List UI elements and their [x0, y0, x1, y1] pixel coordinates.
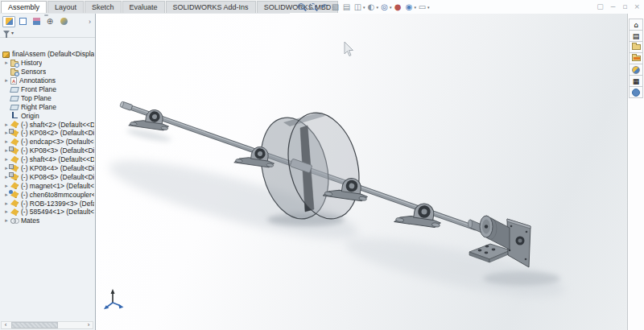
tree-item[interactable]: ▸(-) KP08<3> (Default<Display Sta: [0, 146, 94, 155]
tree-item[interactable]: ▸Annotations: [0, 76, 94, 85]
dropdown-arrow-icon[interactable]: ▾: [390, 5, 392, 10]
document-icon[interactable]: ▢: [597, 1, 604, 12]
tree-item[interactable]: Top Plane: [0, 93, 94, 102]
tab-sketch[interactable]: Sketch: [85, 1, 122, 13]
configurationmanager-tab[interactable]: [30, 16, 43, 27]
filter-dropdown-icon[interactable]: ▾: [11, 30, 14, 35]
expand-arrow-icon[interactable]: ▸: [2, 138, 10, 146]
expand-arrow-icon[interactable]: ▸: [2, 121, 10, 129]
tree-item[interactable]: Sensors: [0, 68, 94, 76]
view-palette-icon[interactable]: [629, 52, 643, 64]
tree-item-label: (-) chen6to8mmcoupler<1> (Default: [21, 191, 94, 199]
restore-button[interactable]: ▫: [622, 1, 627, 12]
tab-assembly[interactable]: Assembly: [1, 1, 47, 13]
design-library-icon[interactable]: ▤: [629, 30, 643, 42]
tree-item[interactable]: Front Plane: [0, 85, 94, 94]
close-button[interactable]: ×: [634, 1, 640, 12]
tree-item-label: (-) shaft<2> (Default<<Default>_Dis: [21, 121, 94, 129]
hide-show-items-icon[interactable]: ◎: [379, 2, 390, 13]
origin-icon: [10, 112, 19, 119]
tree-item-label: (-) KP08<4> (Default<Display Sta: [21, 164, 94, 172]
section-view-icon[interactable]: ▧: [330, 2, 341, 13]
apply-scene-icon[interactable]: ◉: [404, 2, 415, 13]
featuremanager-tree-tab[interactable]: [2, 16, 15, 27]
feature-manager-panel: ⊕ › ▾ finalAssem (Default<Display State-…: [0, 14, 96, 330]
zoom-to-area-icon[interactable]: [308, 2, 318, 13]
dropdown-arrow-icon[interactable]: ▾: [363, 5, 365, 10]
tree-item-label: Front Plane: [21, 85, 56, 93]
expand-arrow-icon[interactable]: ▸: [2, 200, 10, 208]
task-pane-strip: ⌂▤▦: [627, 14, 644, 330]
tree-item-label: (-) KP08<3> (Default<Display Sta: [21, 146, 94, 155]
part-ref-icon: [10, 147, 19, 155]
expand-arrow-icon[interactable]: ▸: [2, 155, 10, 163]
assembly-3d-view: [96, 14, 627, 330]
sensors-icon: [10, 70, 19, 76]
part-icon: [10, 182, 19, 189]
tab-evaluate[interactable]: Evaluate: [122, 1, 165, 13]
appearances-scenes-icon[interactable]: [629, 64, 643, 76]
tree-item[interactable]: ▸Mates: [0, 217, 94, 225]
edit-appearance-icon[interactable]: ●: [393, 2, 403, 13]
tree-item[interactable]: ▸(-) KP08<5> (Default<Display Sta: [0, 172, 94, 181]
scroll-right-arrow[interactable]: ›: [85, 322, 93, 328]
minimize-button[interactable]: −: [610, 1, 617, 12]
home-icon[interactable]: ⌂: [629, 19, 643, 31]
expand-arrow-icon[interactable]: ▸: [2, 217, 10, 225]
tree-item-label: (-) shaft<4> (Default<<Default>_Dis: [21, 155, 94, 163]
part-icon: [10, 208, 19, 216]
tree-item-label: (-) KP08<2> (Default<Display Sta: [21, 129, 94, 137]
tab-solidworks-add-ins[interactable]: SOLIDWORKS Add-Ins: [166, 1, 256, 13]
tree-item-label: Top Plane: [21, 94, 52, 102]
tree-item[interactable]: ▸(-) KP08<4> (Default<Display Sta: [0, 164, 94, 173]
tree-item[interactable]: finalAssem (Default<Display State-1>): [0, 50, 94, 59]
title-strip: AssemblyLayoutSketchEvaluateSOLIDWORKS A…: [0, 0, 644, 14]
expand-arrow-icon[interactable]: ▸: [2, 59, 10, 67]
dropdown-arrow-icon[interactable]: ▾: [415, 5, 417, 10]
dropdown-arrow-icon[interactable]: ▾: [377, 5, 379, 10]
plane-icon: [10, 105, 19, 110]
tree-item[interactable]: ▸History: [0, 59, 94, 68]
panel-grip[interactable]: [44, 14, 48, 16]
tree-item[interactable]: ▸(-) KP08<2> (Default<Display Sta: [0, 129, 94, 138]
custom-properties-icon[interactable]: ▦: [629, 75, 643, 87]
mouse-cursor: [345, 42, 353, 56]
tree-item-label: (-) 585494<1> (Default<<Default>_D: [21, 208, 94, 216]
scrollbar-thumb[interactable]: [11, 322, 58, 328]
display-style-icon[interactable]: ◐: [366, 2, 377, 13]
solidworks-forum-icon[interactable]: [629, 86, 643, 98]
tree-item[interactable]: ▸(-) 585494<1> (Default<<Default>_D: [0, 208, 94, 217]
zoom-to-fit-icon[interactable]: [296, 2, 307, 13]
part-ref-icon: [10, 130, 19, 137]
view-settings-icon[interactable]: ▭: [417, 2, 427, 13]
previous-view-icon[interactable]: ↶: [319, 2, 329, 13]
task-pane-icons: ⌂▤▦: [628, 19, 644, 98]
expand-arrow-icon[interactable]: ▸: [2, 76, 10, 85]
tree-filter[interactable]: ▾: [0, 27, 95, 38]
view-orientation-icon[interactable]: ◫: [353, 2, 363, 13]
graphics-viewport[interactable]: [96, 14, 627, 330]
scroll-left-arrow[interactable]: ‹: [2, 322, 10, 328]
part-icon: [10, 200, 19, 207]
tree-item[interactable]: Right Plane: [0, 102, 94, 111]
expand-arrow-icon[interactable]: ▸: [2, 182, 10, 190]
tree-item[interactable]: Origin: [0, 111, 94, 120]
panel-horizontal-scrollbar[interactable]: ‹ ›: [1, 321, 93, 329]
dynamic-annotation-icon[interactable]: ▤: [341, 2, 352, 13]
tab-layout[interactable]: Layout: [47, 1, 84, 13]
tree-item[interactable]: ▸(-) chen6to8mmcoupler<1> (Default: [0, 190, 94, 199]
dimxpertmanager-tab[interactable]: ⊕: [43, 16, 56, 27]
tree-item[interactable]: ▸(-) ROB-12399<3> (Default<<Default: [0, 199, 94, 208]
dropdown-arrow-icon[interactable]: ▾: [427, 5, 430, 10]
tree-item[interactable]: ▸(-) shaft<2> (Default<<Default>_Dis: [0, 120, 94, 129]
tree-item[interactable]: ▸(-) shaft<4> (Default<<Default>_Dis: [0, 155, 94, 164]
expand-arrow-icon[interactable]: ▸: [2, 208, 10, 216]
tree-item-label: Annotations: [19, 76, 56, 85]
propertymanager-tab[interactable]: [16, 16, 29, 27]
displaymanager-tab[interactable]: [57, 16, 70, 27]
file-explorer-icon[interactable]: [629, 41, 643, 53]
tree-item[interactable]: ▸(-) endcap<3> (Default<<Default>_: [0, 138, 94, 146]
panel-expand-chevron[interactable]: ›: [89, 18, 93, 26]
tree-item[interactable]: ▸(-) magnet<1> (Default<<Default>_: [0, 181, 94, 190]
heads-up-view-toolbar: ↶▧▤◫▾◐▾◎▾●◉▾▭▾: [296, 1, 430, 13]
